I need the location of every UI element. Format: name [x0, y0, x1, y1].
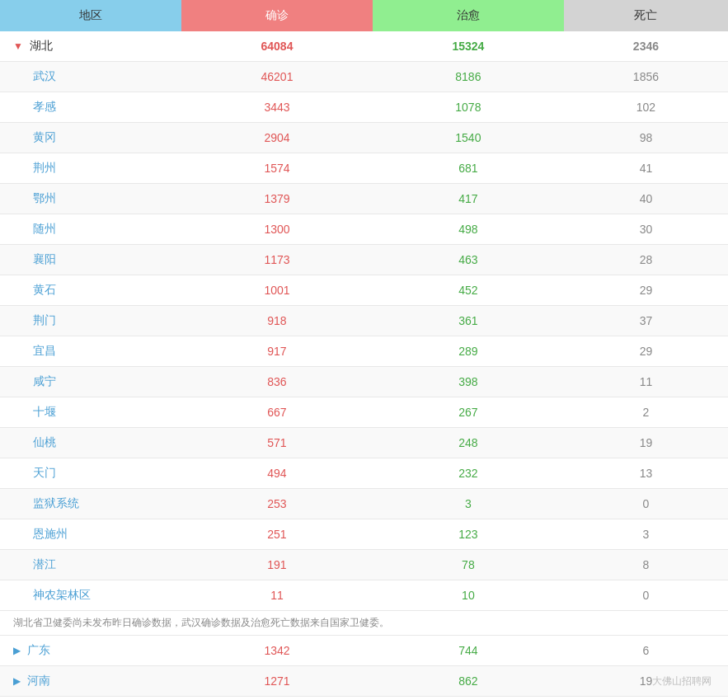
city-confirm-cell: 2904: [181, 123, 373, 153]
city-death-cell: 29: [564, 275, 728, 306]
city-link[interactable]: 恩施州: [33, 527, 68, 540]
city-link[interactable]: 监狱系统: [33, 496, 79, 510]
city-name-cell: 咸宁: [0, 367, 181, 397]
sub-region-row[interactable]: 黄石 1001 452 29: [0, 275, 728, 306]
city-recover-cell: 289: [373, 336, 564, 367]
sub-region-row[interactable]: 监狱系统 253 3 0: [0, 489, 728, 519]
city-death-cell: 2: [564, 397, 728, 428]
city-name-cell: 随州: [0, 214, 181, 245]
other-region-name-cell: ▶ 河南: [0, 666, 181, 697]
city-link[interactable]: 荆州: [33, 161, 56, 174]
city-death-cell: 98: [564, 123, 728, 153]
hubei-parent-row[interactable]: ▼ 湖北 64084 15324 2346: [0, 31, 728, 62]
other-region-link[interactable]: 河南: [27, 674, 50, 687]
city-recover-cell: 398: [373, 367, 564, 397]
other-region-name-cell: ▶ 广东: [0, 636, 181, 666]
city-link[interactable]: 随州: [33, 222, 56, 235]
sub-region-row[interactable]: 荆门 918 361 37: [0, 306, 728, 336]
city-link[interactable]: 荆门: [33, 313, 56, 327]
sub-region-row[interactable]: 神农架林区 11 10 0: [0, 580, 728, 611]
sub-region-row[interactable]: 咸宁 836 398 11: [0, 367, 728, 397]
city-death-cell: 102: [564, 92, 728, 123]
hubei-note: 湖北省卫健委尚未发布昨日确诊数据，武汉确诊数据及治愈死亡数据来自国家卫健委。: [0, 611, 728, 636]
city-link[interactable]: 天门: [33, 466, 56, 479]
hubei-note-row: 湖北省卫健委尚未发布昨日确诊数据，武汉确诊数据及治愈死亡数据来自国家卫健委。: [0, 611, 728, 636]
city-confirm-cell: 1379: [181, 184, 373, 214]
sub-region-row[interactable]: 孝感 3443 1078 102: [0, 92, 728, 123]
sub-region-row[interactable]: 仙桃 571 248 19: [0, 428, 728, 458]
sub-region-row[interactable]: 天门 494 232 13: [0, 458, 728, 489]
city-recover-cell: 1078: [373, 92, 564, 123]
city-death-cell: 0: [564, 580, 728, 611]
city-confirm-cell: 836: [181, 367, 373, 397]
city-recover-cell: 78: [373, 550, 564, 580]
sub-region-row[interactable]: 宜昌 917 289 29: [0, 336, 728, 367]
city-death-cell: 19: [564, 428, 728, 458]
city-recover-cell: 10: [373, 580, 564, 611]
city-name-cell: 荆州: [0, 153, 181, 184]
city-confirm-cell: 918: [181, 306, 373, 336]
city-link[interactable]: 黄石: [33, 283, 56, 296]
header-region: 地区: [0, 0, 181, 31]
city-confirm-cell: 1001: [181, 275, 373, 306]
sub-region-row[interactable]: 随州 1300 498 30: [0, 214, 728, 245]
other-region-recover-cell: 862: [373, 666, 564, 697]
city-link[interactable]: 襄阳: [33, 252, 56, 265]
city-name-cell: 潜江: [0, 550, 181, 580]
city-name-cell: 恩施州: [0, 519, 181, 550]
city-confirm-cell: 667: [181, 397, 373, 428]
other-region-link[interactable]: 广东: [27, 643, 50, 656]
hubei-recover-cell: 15324: [373, 31, 564, 62]
city-confirm-cell: 191: [181, 550, 373, 580]
other-region-recover-cell: 744: [373, 636, 564, 666]
city-link[interactable]: 孝感: [33, 100, 56, 113]
city-link[interactable]: 十堰: [33, 405, 56, 418]
city-name-cell: 襄阳: [0, 245, 181, 275]
header-confirm: 确诊: [181, 0, 373, 31]
sub-region-row[interactable]: 黄冈 2904 1540 98: [0, 123, 728, 153]
city-recover-cell: 8186: [373, 62, 564, 92]
city-recover-cell: 267: [373, 397, 564, 428]
city-link[interactable]: 黄冈: [33, 130, 56, 143]
city-death-cell: 13: [564, 458, 728, 489]
other-region-death-cell: 19: [564, 666, 728, 697]
city-confirm-cell: 251: [181, 519, 373, 550]
hubei-region-cell: ▼ 湖北: [0, 31, 181, 62]
city-link[interactable]: 仙桃: [33, 435, 56, 449]
city-recover-cell: 361: [373, 306, 564, 336]
city-death-cell: 29: [564, 336, 728, 367]
sub-region-row[interactable]: 武汉 46201 8186 1856: [0, 62, 728, 92]
city-link[interactable]: 鄂州: [33, 191, 56, 204]
city-link[interactable]: 武汉: [33, 69, 56, 82]
city-link[interactable]: 宜昌: [33, 344, 56, 357]
city-recover-cell: 463: [373, 245, 564, 275]
city-death-cell: 41: [564, 153, 728, 184]
city-name-cell: 仙桃: [0, 428, 181, 458]
covid-table: 地区 确诊 治愈 死亡 ▼ 湖北 64084 15324 2346 武汉 462…: [0, 0, 728, 697]
city-confirm-cell: 571: [181, 428, 373, 458]
city-death-cell: 11: [564, 367, 728, 397]
sub-region-row[interactable]: 荆州 1574 681 41: [0, 153, 728, 184]
city-death-cell: 1856: [564, 62, 728, 92]
city-recover-cell: 681: [373, 153, 564, 184]
city-recover-cell: 3: [373, 489, 564, 519]
sub-region-row[interactable]: 十堰 667 267 2: [0, 397, 728, 428]
sub-region-row[interactable]: 潜江 191 78 8: [0, 550, 728, 580]
city-recover-cell: 498: [373, 214, 564, 245]
other-region-row[interactable]: ▶ 广东 1342 744 6: [0, 636, 728, 666]
city-link[interactable]: 潜江: [33, 557, 56, 571]
city-link[interactable]: 神农架林区: [33, 588, 91, 601]
city-link[interactable]: 咸宁: [33, 374, 56, 388]
city-recover-cell: 417: [373, 184, 564, 214]
hubei-death-cell: 2346: [564, 31, 728, 62]
city-recover-cell: 1540: [373, 123, 564, 153]
city-name-cell: 黄冈: [0, 123, 181, 153]
other-region-row[interactable]: ▶ 河南 1271 862 19: [0, 666, 728, 697]
city-death-cell: 8: [564, 550, 728, 580]
sub-region-row[interactable]: 襄阳 1173 463 28: [0, 245, 728, 275]
city-recover-cell: 232: [373, 458, 564, 489]
sub-region-row[interactable]: 恩施州 251 123 3: [0, 519, 728, 550]
city-name-cell: 武汉: [0, 62, 181, 92]
sub-region-row[interactable]: 鄂州 1379 417 40: [0, 184, 728, 214]
city-death-cell: 0: [564, 489, 728, 519]
